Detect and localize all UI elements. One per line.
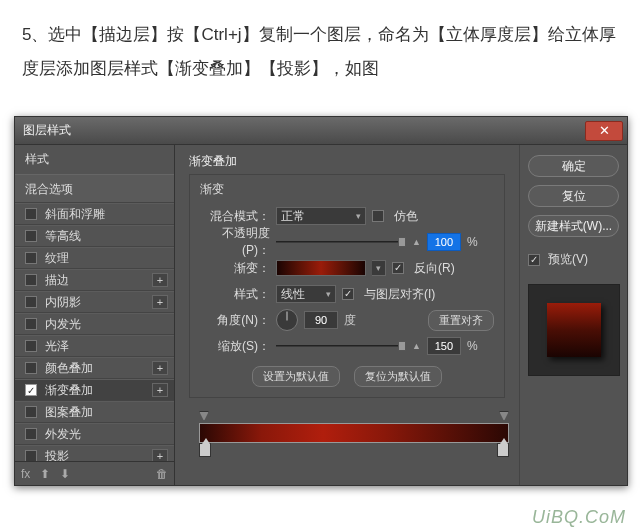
scale-input[interactable]: 150 <box>427 337 461 355</box>
arrow-up-icon: ▲ <box>412 341 421 351</box>
style-item-stroke[interactable]: 描边+ <box>15 269 174 291</box>
plus-icon[interactable]: + <box>152 273 168 287</box>
checkbox-icon[interactable] <box>25 340 37 352</box>
reset-default-button[interactable]: 复位为默认值 <box>354 366 442 387</box>
checkbox-icon[interactable] <box>25 318 37 330</box>
reset-align-button[interactable]: 重置对齐 <box>428 310 494 331</box>
preview-checkbox[interactable] <box>528 254 540 266</box>
fx-icon[interactable]: fx <box>21 467 30 481</box>
checkbox-icon[interactable] <box>25 450 37 461</box>
angle-label: 角度(N)： <box>200 312 270 329</box>
style-select[interactable]: 线性▾ <box>276 285 336 303</box>
style-item-gradient-overlay[interactable]: 渐变叠加+ <box>15 379 174 401</box>
blend-mode-select[interactable]: 正常▾ <box>276 207 366 225</box>
gradient-bar[interactable] <box>199 423 509 443</box>
reverse-label: 反向(R) <box>414 260 455 277</box>
styles-sidebar: 样式 混合选项 斜面和浮雕 等高线 纹理 描边+ 内阴影+ 内发光 光泽 颜色叠… <box>15 145 175 485</box>
preview-box <box>528 284 620 376</box>
angle-unit: 度 <box>344 312 356 329</box>
checkbox-icon[interactable] <box>25 428 37 440</box>
scale-unit: % <box>467 339 478 353</box>
caret-down-icon: ▾ <box>326 289 331 299</box>
angle-input[interactable]: 90 <box>304 311 338 329</box>
watermark: UiBQ.CoM <box>532 507 626 528</box>
opacity-label: 不透明度(P)： <box>200 225 270 259</box>
dither-label: 仿色 <box>394 208 418 225</box>
style-item-contour[interactable]: 等高线 <box>15 225 174 247</box>
sidebar-head-blend[interactable]: 混合选项 <box>15 174 174 203</box>
layer-style-dialog: 图层样式 ✕ 样式 混合选项 斜面和浮雕 等高线 纹理 描边+ 内阴影+ 内发光… <box>14 116 628 486</box>
style-item-outer-glow[interactable]: 外发光 <box>15 423 174 445</box>
sidebar-head-styles[interactable]: 样式 <box>15 145 174 172</box>
settings-panel: 渐变叠加 渐变 混合模式： 正常▾ 仿色 不透明度(P)： ▲ 100 % <box>175 145 519 485</box>
preview-label: 预览(V) <box>548 251 588 268</box>
style-list: 斜面和浮雕 等高线 纹理 描边+ 内阴影+ 内发光 光泽 颜色叠加+ 渐变叠加+… <box>15 203 174 461</box>
reset-button[interactable]: 复位 <box>528 185 619 207</box>
style-item-pattern-overlay[interactable]: 图案叠加 <box>15 401 174 423</box>
gradient-label: 渐变： <box>200 260 270 277</box>
blend-mode-label: 混合模式： <box>200 208 270 225</box>
sub-title: 渐变 <box>200 181 494 198</box>
color-stop-icon[interactable] <box>497 443 509 457</box>
down-arrow-icon[interactable]: ⬇ <box>60 467 70 481</box>
style-item-color-overlay[interactable]: 颜色叠加+ <box>15 357 174 379</box>
arrow-up-icon: ▲ <box>412 237 421 247</box>
style-item-inner-glow[interactable]: 内发光 <box>15 313 174 335</box>
sidebar-footer: fx ⬆ ⬇ 🗑 <box>15 461 174 485</box>
opacity-unit: % <box>467 235 478 249</box>
checkbox-icon[interactable] <box>25 252 37 264</box>
instruction-text: 5、选中【描边层】按【Ctrl+j】复制一个图层，命名为【立体厚度层】给立体厚度… <box>0 0 640 104</box>
plus-icon[interactable]: + <box>152 361 168 375</box>
gradient-settings: 渐变 混合模式： 正常▾ 仿色 不透明度(P)： ▲ 100 % 渐变： <box>189 174 505 398</box>
slider-thumb-icon[interactable] <box>398 341 406 351</box>
opacity-stop-icon[interactable] <box>199 411 209 421</box>
checkbox-icon[interactable] <box>25 274 37 286</box>
scale-label: 缩放(S)： <box>200 338 270 355</box>
checkbox-icon[interactable] <box>25 406 37 418</box>
style-item-inner-shadow[interactable]: 内阴影+ <box>15 291 174 313</box>
dialog-titlebar[interactable]: 图层样式 ✕ <box>15 117 627 145</box>
scale-slider[interactable] <box>276 340 406 352</box>
dialog-title: 图层样式 <box>23 122 585 139</box>
color-stop-icon[interactable] <box>199 443 211 457</box>
gradient-editor[interactable] <box>199 411 509 457</box>
trash-icon[interactable]: 🗑 <box>156 467 168 481</box>
preview-toggle[interactable]: 预览(V) <box>528 251 619 268</box>
preview-swatch <box>547 303 601 357</box>
slider-thumb-icon[interactable] <box>398 237 406 247</box>
opacity-stop-icon[interactable] <box>499 411 509 421</box>
plus-icon[interactable]: + <box>152 295 168 309</box>
plus-icon[interactable]: + <box>152 383 168 397</box>
ok-button[interactable]: 确定 <box>528 155 619 177</box>
checkbox-icon[interactable] <box>25 208 37 220</box>
style-item-bevel[interactable]: 斜面和浮雕 <box>15 203 174 225</box>
set-default-button[interactable]: 设置为默认值 <box>252 366 340 387</box>
reverse-checkbox[interactable] <box>392 262 404 274</box>
opacity-slider[interactable] <box>276 236 406 248</box>
opacity-input[interactable]: 100 <box>427 233 461 251</box>
action-panel: 确定 复位 新建样式(W)... 预览(V) <box>519 145 627 485</box>
gradient-dropdown[interactable]: ▾ <box>372 260 386 276</box>
caret-down-icon: ▾ <box>356 211 361 221</box>
style-item-texture[interactable]: 纹理 <box>15 247 174 269</box>
close-button[interactable]: ✕ <box>585 121 623 141</box>
checkbox-icon[interactable] <box>25 296 37 308</box>
gradient-swatch[interactable] <box>276 260 366 276</box>
style-item-drop-shadow[interactable]: 投影+ <box>15 445 174 461</box>
align-checkbox[interactable] <box>342 288 354 300</box>
style-label: 样式： <box>200 286 270 303</box>
new-style-button[interactable]: 新建样式(W)... <box>528 215 619 237</box>
dither-checkbox[interactable] <box>372 210 384 222</box>
angle-dial[interactable] <box>276 309 298 331</box>
checkbox-icon[interactable] <box>25 230 37 242</box>
checkbox-icon[interactable] <box>25 362 37 374</box>
up-arrow-icon[interactable]: ⬆ <box>40 467 50 481</box>
style-item-satin[interactable]: 光泽 <box>15 335 174 357</box>
plus-icon[interactable]: + <box>152 449 168 461</box>
checkbox-icon[interactable] <box>25 384 37 396</box>
section-title: 渐变叠加 <box>189 153 505 170</box>
align-label: 与图层对齐(I) <box>364 286 435 303</box>
